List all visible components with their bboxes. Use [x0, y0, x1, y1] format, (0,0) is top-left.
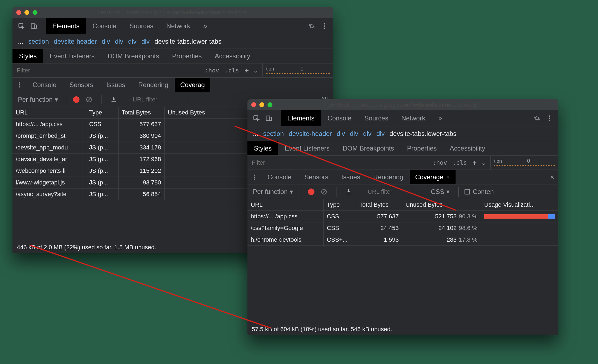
styles-filter-input[interactable]	[16, 67, 202, 74]
close-button[interactable]	[16, 10, 21, 15]
crumb-current[interactable]: devsite-tabs.lower-tabs	[390, 130, 457, 138]
granularity-dropdown[interactable]: Per function ▾	[15, 96, 61, 103]
crumb-ellipsis[interactable]: ...	[253, 130, 258, 138]
close-button[interactable]	[251, 102, 256, 107]
crumb-devsite-header[interactable]: devsite-header	[54, 38, 97, 45]
tab-sources[interactable]: Sources	[123, 18, 160, 34]
subtab-accessibility[interactable]: Accessibility	[443, 141, 492, 155]
col-usage-viz[interactable]: Usage Visualizati...	[481, 199, 558, 211]
subtab-properties[interactable]: Properties	[166, 49, 208, 63]
crumb-div[interactable]: div	[337, 130, 345, 138]
crumb-current[interactable]: devsite-tabs.lower-tabs	[155, 38, 222, 45]
gear-icon[interactable]	[531, 112, 543, 124]
url-filter-input[interactable]	[132, 96, 181, 103]
tab-console[interactable]: Console	[321, 110, 358, 126]
drawer-tab-sensors[interactable]: Sensors	[63, 78, 100, 92]
drawer-tab-issues[interactable]: Issues	[100, 78, 132, 92]
subtab-dom-breakpoints[interactable]: DOM Breakpoints	[336, 141, 400, 155]
new-style-rule-icon[interactable]: +	[244, 66, 249, 75]
export-icon[interactable]	[342, 186, 355, 198]
clear-icon[interactable]	[318, 186, 330, 198]
table-row[interactable]: h./chrome-devtoolsCSS+...1 59328317.8 %	[247, 234, 558, 246]
crumb-div[interactable]: div	[128, 38, 136, 45]
tab-elements[interactable]: Elements	[46, 18, 86, 34]
crumb-div[interactable]: div	[376, 130, 385, 138]
scroll-down-icon[interactable]: ⌄	[253, 67, 259, 74]
subtab-event-listeners[interactable]: Event Listeners	[278, 141, 336, 155]
subtab-styles[interactable]: Styles	[12, 49, 43, 63]
device-toggle-icon[interactable]	[263, 112, 275, 124]
crumb-ellipsis[interactable]: ...	[18, 38, 23, 45]
crumb-div[interactable]: div	[102, 38, 110, 45]
device-toggle-icon[interactable]	[28, 20, 40, 32]
col-total[interactable]: Total Bytes	[118, 107, 164, 119]
col-type[interactable]: Type	[323, 199, 356, 211]
col-url[interactable]: URL	[247, 199, 323, 211]
record-button[interactable]	[73, 96, 79, 103]
inspect-icon[interactable]	[15, 20, 28, 32]
new-style-rule-icon[interactable]: +	[472, 158, 477, 167]
more-tabs-icon[interactable]: »	[197, 18, 214, 34]
inspect-icon[interactable]	[250, 112, 263, 124]
subtab-styles[interactable]: Styles	[247, 141, 278, 155]
tion-label: tion	[494, 158, 502, 164]
crumb-devsite-header[interactable]: devsite-header	[289, 130, 332, 138]
table-row[interactable]: https://... /app.cssCSS577 637521 75390.…	[247, 211, 558, 222]
crumb-section[interactable]: section	[28, 38, 49, 45]
subtab-properties[interactable]: Properties	[400, 141, 443, 155]
styles-filter-row: :hov .cls + ⌄ tion 0	[12, 63, 333, 78]
tab-network[interactable]: Network	[160, 18, 197, 34]
maximize-button[interactable]	[33, 10, 37, 15]
hov-toggle[interactable]: :hov	[433, 159, 447, 166]
minimize-button[interactable]	[259, 102, 264, 107]
minimize-button[interactable]	[24, 10, 29, 15]
col-total[interactable]: Total Bytes	[356, 199, 402, 211]
crumb-div[interactable]: div	[350, 130, 358, 138]
drawer-tab-console[interactable]: Console	[261, 170, 298, 184]
close-drawer-icon[interactable]: ×	[546, 171, 558, 183]
col-type[interactable]: Type	[86, 107, 118, 119]
drawer-tab-coverage[interactable]: Coverage ×	[410, 170, 456, 184]
drawer-tab-console[interactable]: Console	[26, 78, 63, 92]
type-filter-dropdown[interactable]: CSS ▾	[428, 188, 452, 196]
crumb-div[interactable]: div	[141, 38, 150, 45]
subtab-accessibility[interactable]: Accessibility	[208, 49, 257, 63]
drawer-tab-coverage[interactable]: Coverag	[175, 78, 210, 92]
table-row[interactable]: /css?family=GoogleCSS24 45324 10298.6 %	[247, 222, 558, 234]
drawer-tab-rendering[interactable]: Rendering	[367, 170, 410, 184]
cell-url: https://... /app.css	[247, 211, 323, 222]
drawer-tab-rendering[interactable]: Rendering	[132, 78, 175, 92]
col-unused[interactable]: Unused Bytes	[402, 199, 481, 211]
crumb-section[interactable]: section	[263, 130, 284, 138]
kebab-menu-icon[interactable]	[318, 20, 330, 32]
hov-toggle[interactable]: :hov	[205, 67, 219, 74]
drawer-tab-sensors[interactable]: Sensors	[298, 170, 335, 184]
col-url[interactable]: URL	[12, 107, 86, 119]
close-icon[interactable]: ×	[447, 174, 450, 181]
kebab-menu-icon[interactable]	[543, 112, 556, 124]
tab-elements[interactable]: Elements	[281, 110, 321, 126]
tab-network[interactable]: Network	[395, 110, 432, 126]
cls-toggle[interactable]: .cls	[225, 67, 239, 74]
url-filter-input[interactable]	[367, 188, 416, 196]
subtab-event-listeners[interactable]: Event Listeners	[43, 49, 101, 63]
scroll-down-icon[interactable]: ⌄	[481, 159, 486, 167]
drawer-kebab-icon[interactable]	[12, 82, 26, 88]
drawer-tab-issues[interactable]: Issues	[335, 170, 367, 184]
subtab-dom-breakpoints[interactable]: DOM Breakpoints	[101, 49, 166, 63]
tab-sources[interactable]: Sources	[358, 110, 395, 126]
crumb-div[interactable]: div	[115, 38, 123, 45]
record-button[interactable]	[308, 189, 314, 195]
granularity-dropdown[interactable]: Per function ▾	[250, 188, 296, 196]
content-scripts-checkbox[interactable]: Conten	[465, 188, 494, 196]
export-icon[interactable]	[107, 93, 120, 106]
clear-icon[interactable]	[83, 93, 95, 106]
drawer-kebab-icon[interactable]	[247, 174, 261, 180]
cls-toggle[interactable]: .cls	[453, 159, 467, 166]
crumb-div[interactable]: div	[363, 130, 371, 138]
more-tabs-icon[interactable]: »	[432, 110, 448, 126]
gear-icon[interactable]	[306, 20, 318, 32]
styles-filter-input[interactable]	[251, 159, 430, 167]
maximize-button[interactable]	[268, 102, 272, 107]
tab-console[interactable]: Console	[86, 18, 123, 34]
